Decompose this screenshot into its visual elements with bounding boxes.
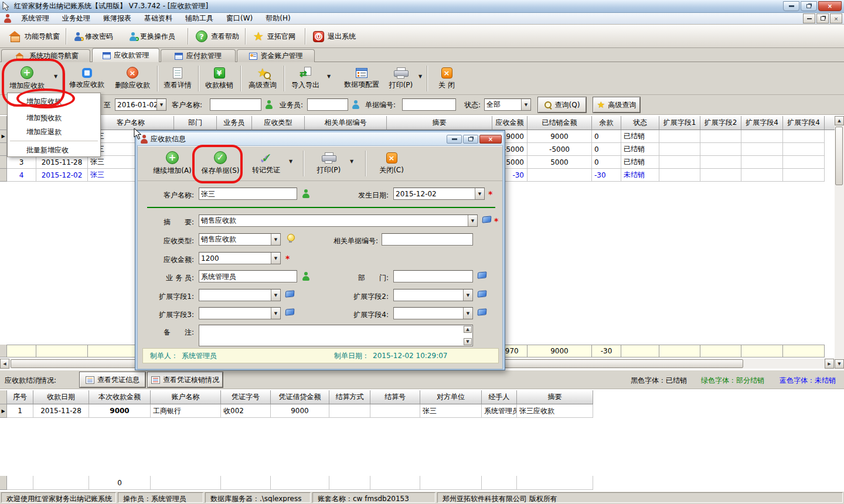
book-icon[interactable] <box>285 308 295 316</box>
column-header[interactable]: 结算号 <box>370 390 420 404</box>
minimize-button[interactable] <box>783 1 799 11</box>
tab-nav-window[interactable]: 系统功能导航窗 <box>1 49 90 62</box>
query-button[interactable]: 查询(Q) <box>538 97 586 113</box>
column-header[interactable]: 摘要 <box>387 116 492 130</box>
menu-tools[interactable]: 辅助工具 <box>179 13 220 25</box>
dialog-close-doc-button[interactable]: ×关闭(C) <box>372 148 411 179</box>
menu-item-add-advance[interactable]: 增加预收款 <box>8 111 100 125</box>
chevron-down-icon[interactable]: ▼ <box>350 159 353 164</box>
column-header[interactable]: 余款 <box>592 116 621 130</box>
edit-receivable-button[interactable]: 修改应收款 <box>64 63 109 94</box>
menu-item-add-receivable[interactable]: 增加应收款 <box>8 94 100 108</box>
amount-combo[interactable]: 1200▼ <box>199 252 281 264</box>
column-header[interactable]: 扩展字段4 <box>741 116 783 130</box>
continue-add-button[interactable]: +继续增加(A) <box>147 148 198 179</box>
chevron-down-icon[interactable]: ▼ <box>271 253 280 264</box>
menu-system[interactable]: 系统管理 <box>15 13 56 25</box>
dialog-close-button[interactable]: × <box>479 135 502 144</box>
customer-person-icon[interactable] <box>265 100 273 109</box>
save-document-button[interactable]: ✓保存单据(S) <box>196 148 244 179</box>
menu-item-add-refund[interactable]: 增加应退款 <box>8 125 100 139</box>
book-icon[interactable] <box>478 308 487 316</box>
menu-window[interactable]: 窗口(W) <box>220 13 259 25</box>
change-password-button[interactable]: 修改密码 <box>69 27 118 46</box>
customer-filter-input[interactable] <box>210 98 261 111</box>
column-header[interactable]: 扩展字段4 <box>783 116 825 130</box>
chevron-down-icon[interactable]: ▼ <box>468 215 477 226</box>
column-header[interactable]: 相关单据编号 <box>305 116 387 130</box>
chevron-down-icon[interactable]: ▼ <box>463 290 472 301</box>
settle-receipt-button[interactable]: ¥收款核销 <box>200 63 238 94</box>
scroll-down-button[interactable]: ▼ <box>835 359 844 369</box>
post-voucher-button[interactable]: ✓✓转记凭证 <box>246 148 287 179</box>
type-combo[interactable]: 销售应收款▼ <box>199 233 281 246</box>
tab-payables[interactable]: 应付款管理 <box>161 49 236 62</box>
column-header[interactable]: 摘要 <box>517 390 593 404</box>
print-button[interactable]: 打印(P) <box>386 63 416 94</box>
column-header[interactable]: 扩展字段2 <box>700 116 741 130</box>
website-button[interactable]: ★亚拓官网 <box>249 27 300 46</box>
menu-help[interactable]: 帮助(H) <box>259 13 297 25</box>
note-textarea[interactable]: ▲ ▼ <box>199 325 473 346</box>
chevron-down-icon[interactable]: ▼ <box>271 308 280 319</box>
mdi-close-button[interactable]: × <box>830 13 842 23</box>
customer-input[interactable]: 张三 <box>199 188 297 200</box>
ext3-combo[interactable]: ▼ <box>199 307 281 319</box>
chevron-down-icon[interactable]: ▼ <box>54 74 57 79</box>
chevron-down-icon[interactable]: ▼ <box>463 308 472 319</box>
dialog-minimize-button[interactable] <box>447 135 462 144</box>
vertical-scrollbar[interactable]: ▲ ▼ <box>835 116 844 369</box>
book-icon[interactable] <box>478 271 487 279</box>
data-config-button[interactable]: 数据项配置 <box>339 63 384 94</box>
salesman-input[interactable]: 系统管理员 <box>199 270 297 282</box>
restore-button[interactable] <box>801 1 817 11</box>
menu-item-batch-add[interactable]: 批量新增应收 <box>8 143 100 157</box>
close-button[interactable]: × <box>818 1 842 11</box>
chevron-down-icon[interactable]: ▼ <box>521 99 530 110</box>
vertical-scroll-thumb[interactable] <box>835 127 843 185</box>
lightbulb-icon[interactable] <box>287 234 294 243</box>
scroll-left-button[interactable]: ◀ <box>0 359 9 369</box>
column-header[interactable]: 序号 <box>7 390 33 404</box>
related-doc-input[interactable] <box>382 233 473 246</box>
chevron-down-icon[interactable]: ▼ <box>289 159 292 164</box>
advanced-search-button[interactable]: ★高级查询 <box>244 63 281 94</box>
column-header[interactable]: 本次收款金额 <box>89 390 151 404</box>
salesman-filter-input[interactable] <box>307 98 348 111</box>
column-header[interactable]: 已结销金额 <box>528 116 592 130</box>
column-header[interactable]: 收款日期 <box>33 390 89 404</box>
book-icon[interactable] <box>478 290 487 298</box>
settlement-row[interactable]: ▶ 1 2015-11-28 9000 工商银行 收002 9000 张三 系统… <box>0 404 593 417</box>
docno-filter-input[interactable] <box>402 98 456 111</box>
scroll-right-button[interactable]: ▶ <box>825 359 834 369</box>
import-export-button[interactable]: ⇄导入导出 <box>287 63 324 94</box>
ext4-combo[interactable]: ▼ <box>393 307 473 319</box>
column-header[interactable]: 结算方式 <box>329 390 370 404</box>
column-header[interactable]: 业务员 <box>217 116 252 130</box>
chevron-down-icon[interactable]: ▼ <box>156 99 166 110</box>
help-button[interactable]: ?查看帮助 <box>191 27 244 46</box>
book-icon[interactable] <box>285 290 295 298</box>
dept-input[interactable] <box>393 270 473 282</box>
chevron-down-icon[interactable]: ▼ <box>271 234 280 245</box>
close-tab-button[interactable]: ×关 闭 <box>430 63 463 94</box>
advanced-query-button[interactable]: ★高级查询 <box>593 97 640 113</box>
ext1-combo[interactable]: ▼ <box>199 289 281 301</box>
view-verification-button[interactable]: 查看凭证核销情况 <box>148 372 223 387</box>
menu-business[interactable]: 业务处理 <box>56 13 97 25</box>
date-combo[interactable]: 2015-12-02▼ <box>393 188 485 200</box>
scroll-down-button[interactable]: ▼ <box>464 338 472 345</box>
book-icon[interactable] <box>482 216 492 223</box>
status-filter-combo[interactable]: 全部▼ <box>484 98 531 111</box>
salesman-person-icon[interactable] <box>302 272 309 281</box>
column-header[interactable]: 经手人 <box>482 390 517 404</box>
switch-operator-button[interactable]: 更换操作员 <box>124 27 180 46</box>
menu-basedata[interactable]: 基础资料 <box>138 13 179 25</box>
column-header[interactable]: 部门 <box>174 116 217 130</box>
column-header[interactable]: 客户名称 <box>88 116 174 130</box>
chevron-down-icon[interactable]: ▼ <box>327 74 331 79</box>
chevron-down-icon[interactable]: ▼ <box>418 74 422 79</box>
column-header[interactable]: 状态 <box>621 116 659 130</box>
mdi-restore-button[interactable] <box>816 13 829 23</box>
column-header[interactable]: 应收金额 <box>492 116 528 130</box>
